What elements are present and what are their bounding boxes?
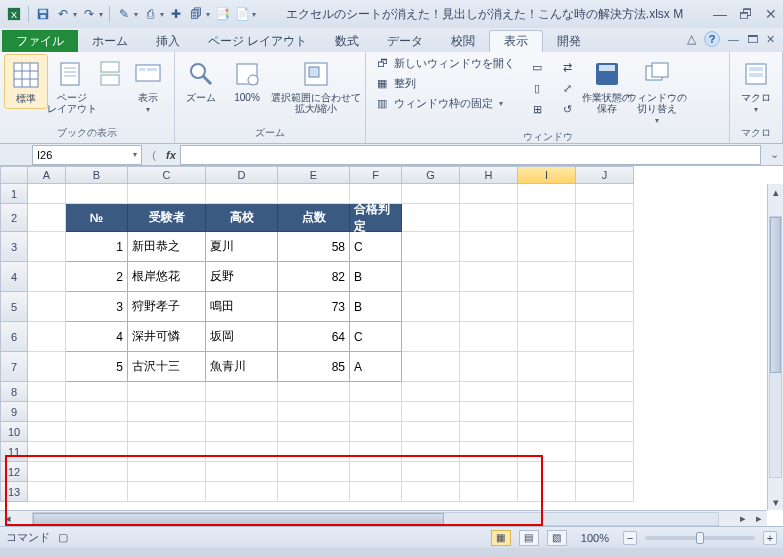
cell-G1[interactable] xyxy=(402,184,460,204)
win-opt-5[interactable]: ⤢ xyxy=(555,79,579,97)
cell-D9[interactable] xyxy=(206,402,278,422)
cell-D7[interactable]: 魚青川 xyxy=(206,352,278,382)
cell-C7[interactable]: 古沢十三 xyxy=(128,352,206,382)
cell-E10[interactable] xyxy=(278,422,350,442)
cell-B9[interactable] xyxy=(66,402,128,422)
tab-review[interactable]: 校閲 xyxy=(437,30,489,52)
cell-I12[interactable] xyxy=(518,462,576,482)
cell-I1[interactable] xyxy=(518,184,576,204)
col-header-I[interactable]: I xyxy=(518,166,576,184)
tab-formulas[interactable]: 数式 xyxy=(321,30,373,52)
cell-E3[interactable]: 58 xyxy=(278,232,350,262)
cell-D6[interactable]: 坂岡 xyxy=(206,322,278,352)
cell-G4[interactable] xyxy=(402,262,460,292)
cell-J9[interactable] xyxy=(576,402,634,422)
cell-D11[interactable] xyxy=(206,442,278,462)
col-header-H[interactable]: H xyxy=(460,166,518,184)
qat-icon-6[interactable]: 📄 xyxy=(234,6,250,22)
cell-H2[interactable] xyxy=(460,204,518,232)
tab-pagelayout[interactable]: ページ レイアウト xyxy=(194,30,321,52)
cell-H10[interactable] xyxy=(460,422,518,442)
cell-A1[interactable] xyxy=(28,184,66,204)
fx-label[interactable]: fx xyxy=(166,149,176,161)
cell-A2[interactable] xyxy=(28,204,66,232)
cell-B2[interactable]: № xyxy=(66,204,128,232)
btn-normal-view[interactable]: 標準 xyxy=(4,54,48,109)
cell-D10[interactable] xyxy=(206,422,278,442)
cell-A13[interactable] xyxy=(28,482,66,502)
btn-zoom[interactable]: ズーム xyxy=(179,54,223,107)
view-pagebreak-icon[interactable]: ▧ xyxy=(547,530,567,546)
cell-J7[interactable] xyxy=(576,352,634,382)
btn-pagebreak-gallery[interactable] xyxy=(96,54,124,94)
cell-H4[interactable] xyxy=(460,262,518,292)
cell-F8[interactable] xyxy=(350,382,402,402)
row-header-7[interactable]: 7 xyxy=(0,352,28,382)
cell-I4[interactable] xyxy=(518,262,576,292)
btn-zoom-100[interactable]: 100% xyxy=(225,54,269,107)
qat-icon-5[interactable]: 📑 xyxy=(214,6,230,22)
win-opt-6[interactable]: ↺ xyxy=(555,100,579,118)
cell-H1[interactable] xyxy=(460,184,518,204)
cell-G8[interactable] xyxy=(402,382,460,402)
macro-rec-icon[interactable]: ▢ xyxy=(58,531,68,544)
btn-page-layout-view[interactable]: ページ レイアウト xyxy=(50,54,94,118)
cell-B4[interactable]: 2 xyxy=(66,262,128,292)
row-header-5[interactable]: 5 xyxy=(0,292,28,322)
cell-A4[interactable] xyxy=(28,262,66,292)
doc-close-icon[interactable]: ✕ xyxy=(766,33,775,46)
zoom-in-button[interactable]: + xyxy=(763,531,777,545)
cell-B13[interactable] xyxy=(66,482,128,502)
cell-J12[interactable] xyxy=(576,462,634,482)
cell-E5[interactable]: 73 xyxy=(278,292,350,322)
tab-developer[interactable]: 開発 xyxy=(543,30,595,52)
cell-F9[interactable] xyxy=(350,402,402,422)
cell-I8[interactable] xyxy=(518,382,576,402)
undo-dd[interactable]: ▾ xyxy=(73,10,77,19)
col-header-C[interactable]: C xyxy=(128,166,206,184)
cell-J2[interactable] xyxy=(576,204,634,232)
col-header-J[interactable]: J xyxy=(576,166,634,184)
minimize-ribbon-icon[interactable]: △ xyxy=(687,32,696,46)
btn-switch-windows[interactable]: ウィンドウの 切り替え ▾ xyxy=(635,54,679,129)
minimize-button[interactable]: ― xyxy=(713,6,727,22)
cell-I6[interactable] xyxy=(518,322,576,352)
cell-D4[interactable]: 反野 xyxy=(206,262,278,292)
tab-file[interactable]: ファイル xyxy=(2,30,78,52)
cell-B5[interactable]: 3 xyxy=(66,292,128,322)
cell-I3[interactable] xyxy=(518,232,576,262)
cell-G3[interactable] xyxy=(402,232,460,262)
cell-A9[interactable] xyxy=(28,402,66,422)
cell-J6[interactable] xyxy=(576,322,634,352)
cell-D3[interactable]: 夏川 xyxy=(206,232,278,262)
cell-H7[interactable] xyxy=(460,352,518,382)
win-opt-4[interactable]: ⇄ xyxy=(555,58,579,76)
zoom-slider[interactable] xyxy=(645,536,755,540)
btn-zoom-selection[interactable]: 選択範囲に合わせて 拡大/縮小 xyxy=(271,54,361,118)
redo-icon[interactable]: ↷ xyxy=(81,6,97,22)
help-icon[interactable]: ? xyxy=(704,31,720,47)
btn-save-workspace[interactable]: 作業状態の 保存 xyxy=(585,54,629,118)
cell-E9[interactable] xyxy=(278,402,350,422)
cell-H6[interactable] xyxy=(460,322,518,352)
btn-show[interactable]: 表示 ▾ xyxy=(126,54,170,118)
cell-G5[interactable] xyxy=(402,292,460,322)
cell-E4[interactable]: 82 xyxy=(278,262,350,292)
win-opt-1[interactable]: ▭ xyxy=(525,58,549,76)
cell-B8[interactable] xyxy=(66,382,128,402)
cell-F10[interactable] xyxy=(350,422,402,442)
cell-H9[interactable] xyxy=(460,402,518,422)
cell-B6[interactable]: 4 xyxy=(66,322,128,352)
cell-D8[interactable] xyxy=(206,382,278,402)
cell-B10[interactable] xyxy=(66,422,128,442)
restore-button[interactable]: 🗗 xyxy=(739,6,753,22)
tab-data[interactable]: データ xyxy=(373,30,437,52)
row-header-1[interactable]: 1 xyxy=(0,184,28,204)
cell-J13[interactable] xyxy=(576,482,634,502)
cell-C11[interactable] xyxy=(128,442,206,462)
cell-E6[interactable]: 64 xyxy=(278,322,350,352)
cell-F4[interactable]: B xyxy=(350,262,402,292)
row-header-6[interactable]: 6 xyxy=(0,322,28,352)
qat-icon-2[interactable]: ⎙ xyxy=(142,6,158,22)
cell-A6[interactable] xyxy=(28,322,66,352)
